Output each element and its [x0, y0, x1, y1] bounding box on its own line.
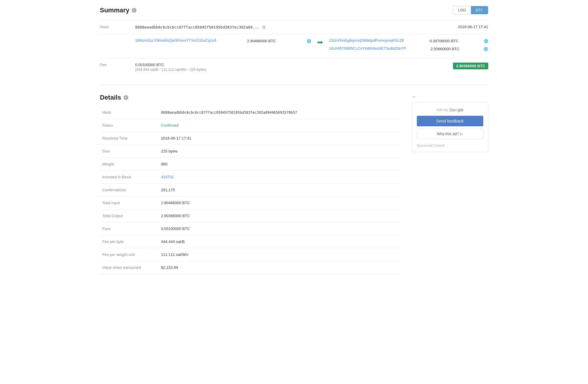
output-address-1[interactable]: 13znVNnEg8qmorjD8dktpdPomuymqKScZE	[329, 38, 404, 43]
output-amount-1: 0.39706000 BTC	[429, 39, 458, 43]
detail-value: Confirmed	[159, 119, 400, 132]
detail-value: 0.00100000 BTC	[159, 222, 400, 235]
fee-value: 0.00100000 BTC	[135, 63, 312, 67]
summary-info-icon[interactable]: i	[132, 8, 136, 13]
detail-label: Status	[100, 119, 159, 132]
detail-value: 900	[159, 158, 400, 171]
detail-label: Value when transacted	[100, 261, 159, 274]
fee-row: Fee 0.00100000 BTC (444.444 sat/B - 111.…	[100, 58, 488, 76]
details-row: Fees0.00100000 BTC	[100, 222, 400, 235]
copy-icon[interactable]: ⧉	[262, 25, 265, 30]
detail-value: 2.90466000 BTC	[159, 197, 400, 209]
input-amount: 2.90466000 BTC	[247, 39, 276, 43]
summary-table: Hash 8088eeadbb0c6cbc6cc87ffacc05045f501…	[100, 20, 488, 76]
sidebar-section: ← Ads by Google Send feedback Why this a…	[412, 94, 488, 274]
detail-label: Included in Block	[100, 171, 159, 184]
why-this-ad-button[interactable]: Why this ad? ▷	[417, 129, 483, 139]
detail-value[interactable]: 416731	[159, 171, 400, 184]
detail-value: 2016-06-17 17:41	[159, 132, 400, 145]
total-output-cell: 2.90366000 BTC	[329, 58, 488, 76]
btc-button[interactable]: BTC	[471, 6, 488, 14]
detail-label: Weight	[100, 158, 159, 171]
detail-value: 251,175	[159, 184, 400, 197]
details-row: StatusConfirmed	[100, 119, 400, 132]
total-output-badge: 2.90366000 BTC	[453, 63, 488, 69]
hash-value-cell: 8088eeadbb0c6cbc6cc87ffacc05045f50195bd3…	[135, 21, 312, 34]
tx-arrow-icon: ➡	[317, 38, 323, 46]
tx-outputs-cell: 13znVNnEg8qmorjD8dktpdPomuymqKScZE 0.397…	[329, 34, 488, 58]
section-divider	[100, 85, 488, 85]
details-row: Confirmations251,175	[100, 184, 400, 197]
timestamp: 2016-06-17 17:41	[329, 21, 488, 34]
summary-title: Summary i	[100, 6, 136, 14]
output-amount-2: 2.50660000 BTC	[431, 47, 459, 51]
details-row: Total Output2.90366000 BTC	[100, 209, 400, 222]
detail-label: Fee per byte	[100, 235, 159, 248]
details-row: Fee per byte444.444 sat/B	[100, 235, 400, 248]
summary-hash-row: Hash 8088eeadbb0c6cbc6cc87ffacc05045f501…	[100, 21, 488, 34]
details-row: Fee per weight unit111.111 sat/WU	[100, 248, 400, 261]
ads-by-google: Ads by Google	[417, 107, 483, 112]
fee-label: Fee	[100, 58, 135, 76]
details-table: Hash8088eeadbb0c6cbc6cc87ffacc05045f5019…	[100, 106, 400, 274]
details-row: Received Time2016-06-17 17:41	[100, 132, 400, 145]
tx-inputs-cell: 18NzmGzcY9HsWsQdr5PmmTTYoX1GuCqJu9 2.904…	[135, 34, 312, 58]
details-section: Details i Hash8088eeadbb0c6cbc6cc87ffacc…	[100, 94, 400, 274]
details-title: Details i	[100, 94, 400, 101]
sponsored-label: Sponsored Content	[417, 144, 483, 147]
fee-value-cell: 0.00100000 BTC (444.444 sat/B - 111.111 …	[135, 58, 312, 76]
google-logo: Google	[449, 107, 463, 112]
detail-value: 225 bytes	[159, 145, 400, 158]
detail-label: Hash	[100, 106, 159, 119]
detail-label: Fee per weight unit	[100, 248, 159, 261]
inputs-label	[100, 34, 135, 58]
why-ad-icon: ▷	[460, 132, 463, 136]
details-row: Size225 bytes	[100, 145, 400, 158]
output-address-2[interactable]: 16zA95T6985CLCsYm6hNocbET3uBdZ8nTF	[329, 46, 406, 51]
detail-label: Total Input	[100, 197, 159, 209]
ads-panel: Ads by Google Send feedback Why this ad?…	[412, 102, 488, 152]
globe-icon-output-2: 🌐	[484, 47, 488, 51]
globe-icon-output-1: 🌐	[484, 39, 488, 43]
currency-toggle: USD BTC	[453, 6, 488, 14]
detail-value: 2.90366000 BTC	[159, 209, 400, 222]
details-info-icon[interactable]: i	[124, 95, 128, 100]
detail-label: Total Output	[100, 209, 159, 222]
fee-detail: (444.444 sat/B - 111.111 sat/WU - 225 by…	[135, 68, 312, 72]
details-row: Total Input2.90466000 BTC	[100, 197, 400, 209]
details-row: Value when transacted$2,152.69	[100, 261, 400, 274]
detail-value: 8088eeadbb0c6cbc6cc87ffacc05045f50195bd3…	[159, 106, 400, 119]
detail-label: Confirmations	[100, 184, 159, 197]
back-arrow[interactable]: ←	[412, 94, 488, 100]
ads-by-label: Ads by	[436, 108, 448, 112]
detail-value: 111.111 sat/WU	[159, 248, 400, 261]
detail-label: Fees	[100, 222, 159, 235]
detail-value: $2,152.69	[159, 261, 400, 274]
detail-label: Size	[100, 145, 159, 158]
globe-icon-input: 🌐	[307, 39, 311, 43]
main-content: Details i Hash8088eeadbb0c6cbc6cc87ffacc…	[100, 94, 488, 274]
detail-label: Received Time	[100, 132, 159, 145]
input-address[interactable]: 18NzmGzcY9HsWsQdr5PmmTTYoX1GuCqJu9	[135, 38, 216, 43]
details-row: Hash8088eeadbb0c6cbc6cc87ffacc05045f5019…	[100, 106, 400, 119]
why-ad-label: Why this ad?	[437, 132, 459, 136]
hash-label: Hash	[100, 21, 135, 34]
details-row: Weight900	[100, 158, 400, 171]
tx-flow-row: 18NzmGzcY9HsWsQdr5PmmTTYoX1GuCqJu9 2.904…	[100, 34, 488, 58]
send-feedback-button[interactable]: Send feedback	[417, 116, 483, 126]
detail-value: 444.444 sat/B	[159, 235, 400, 248]
hash-text: 8088eeadbb0c6cbc6cc87ffacc05045f50195bd3…	[135, 25, 260, 29]
usd-button[interactable]: USD	[453, 6, 471, 14]
details-row: Included in Block416731	[100, 171, 400, 184]
